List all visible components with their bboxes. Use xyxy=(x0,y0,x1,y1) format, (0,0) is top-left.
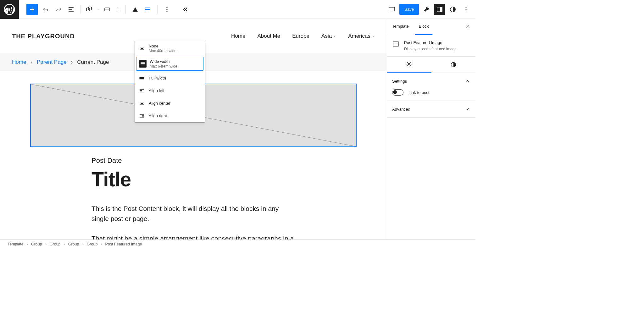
undo-icon xyxy=(42,6,50,13)
document-overview-button[interactable] xyxy=(65,4,77,15)
gear-icon xyxy=(406,61,412,67)
crumb[interactable]: Group xyxy=(87,242,98,246)
tab-template[interactable]: Template xyxy=(387,19,414,35)
align-full-icon xyxy=(139,75,145,81)
triangle-icon xyxy=(131,6,139,13)
editor-top-bar: · Save xyxy=(0,0,475,19)
svg-rect-21 xyxy=(142,115,144,116)
breadcrumb-home[interactable]: Home xyxy=(12,59,26,65)
link-to-post-toggle[interactable] xyxy=(392,89,403,96)
svg-point-12 xyxy=(466,7,467,8)
tab-block[interactable]: Block xyxy=(414,19,434,35)
crumb[interactable]: Group xyxy=(68,242,79,246)
nav-item-americas[interactable]: Americas xyxy=(348,33,375,39)
wordpress-logo-button[interactable] xyxy=(0,0,19,19)
chevrons-left-icon xyxy=(181,6,189,13)
inspector-tab-styles[interactable] xyxy=(431,57,476,73)
crumb[interactable]: Post Featured Image xyxy=(105,242,142,246)
breadcrumb-current: Current Page xyxy=(77,59,109,65)
block-options-button[interactable] xyxy=(161,4,173,15)
contrast-icon xyxy=(449,6,456,13)
block-name: Post Featured Image xyxy=(404,40,458,45)
align-option-left[interactable]: Align left xyxy=(135,85,205,97)
svg-point-14 xyxy=(466,11,467,12)
align-left-icon xyxy=(139,88,145,94)
svg-rect-20 xyxy=(141,103,143,104)
site-title[interactable]: THE PLAYGROUND xyxy=(12,33,75,40)
block-card: Post Featured Image Display a post's fea… xyxy=(387,35,475,57)
align-option-right[interactable]: Align right xyxy=(135,110,205,122)
redo-button[interactable] xyxy=(53,4,64,15)
crumb[interactable]: Group xyxy=(50,242,61,246)
svg-point-23 xyxy=(408,63,410,65)
collapse-toolbar-button[interactable] xyxy=(180,4,191,15)
align-option-none[interactable]: NoneMax 40rem wide xyxy=(135,41,205,56)
breadcrumb-parent[interactable]: Parent Page xyxy=(37,59,67,65)
nav-item-about[interactable]: About Me xyxy=(257,33,280,39)
svg-rect-22 xyxy=(393,42,399,46)
crumb[interactable]: Group xyxy=(31,242,42,246)
save-button[interactable]: Save xyxy=(399,4,419,15)
align-option-wide[interactable]: Wide widthMax 64rem wide xyxy=(136,57,203,71)
post-date-block[interactable]: Post Date xyxy=(92,157,295,165)
paragraph: This is the Post Content block, it will … xyxy=(92,204,295,223)
inspector-tab-settings[interactable] xyxy=(387,57,431,73)
svg-rect-18 xyxy=(140,77,144,80)
tools-button[interactable] xyxy=(421,4,432,15)
settings-sidebar-button[interactable] xyxy=(434,4,445,15)
svg-point-6 xyxy=(166,9,167,10)
nav-menu: Home About Me Europe Asia Americas xyxy=(231,33,375,39)
select-parent-button[interactable] xyxy=(102,4,113,15)
undo-button[interactable] xyxy=(40,4,52,15)
move-down-button[interactable] xyxy=(115,9,120,13)
svg-rect-16 xyxy=(141,48,143,49)
align-option-full[interactable]: Full width xyxy=(135,72,205,85)
chevron-down-icon xyxy=(372,35,375,38)
redo-icon xyxy=(55,6,62,13)
sidebar-tabs: Template Block xyxy=(387,19,475,35)
block-type-button[interactable] xyxy=(83,4,95,15)
plus-icon xyxy=(29,6,36,13)
wordpress-icon xyxy=(4,4,15,15)
inspector-tabs xyxy=(387,57,475,73)
align-button[interactable] xyxy=(142,4,153,15)
sidebar-icon xyxy=(436,6,443,13)
post-content-block[interactable]: This is the Post Content block, it will … xyxy=(92,204,295,239)
align-option-center[interactable]: Align center xyxy=(135,97,205,110)
crumb[interactable]: Template xyxy=(8,242,24,246)
more-vertical-icon xyxy=(463,6,469,13)
options-button[interactable] xyxy=(460,4,472,15)
link-to-post-label: Link to post xyxy=(408,90,430,95)
svg-point-5 xyxy=(166,7,167,8)
block-inserter-button[interactable] xyxy=(26,4,38,15)
more-vertical-icon xyxy=(163,6,171,13)
close-sidebar-button[interactable] xyxy=(460,19,475,35)
align-none-icon xyxy=(139,45,145,52)
toolbar-separator xyxy=(125,5,126,14)
drag-handle[interactable]: · xyxy=(96,4,100,15)
align-wide-icon xyxy=(144,6,152,13)
nav-item-europe[interactable]: Europe xyxy=(292,33,309,39)
view-button[interactable] xyxy=(386,4,397,15)
align-wide-icon xyxy=(140,61,146,67)
styles-button[interactable] xyxy=(447,4,458,15)
paragraph: That might be a simple arrangement like … xyxy=(92,233,295,239)
post-title-block[interactable]: Title xyxy=(92,168,295,191)
aspect-ratio-button[interactable] xyxy=(130,4,141,15)
move-up-button[interactable] xyxy=(115,6,120,9)
toolbar-separator xyxy=(80,5,81,14)
workspace: THE PLAYGROUND Home About Me Europe Asia… xyxy=(0,19,475,239)
align-center-icon xyxy=(139,100,145,107)
parent-icon xyxy=(103,6,111,13)
desktop-icon xyxy=(388,6,396,13)
svg-rect-3 xyxy=(105,8,110,11)
advanced-panel-header[interactable]: Advanced xyxy=(387,101,475,118)
nav-item-asia[interactable]: Asia xyxy=(321,33,336,39)
settings-panel-header[interactable]: Settings xyxy=(387,73,475,89)
svg-rect-17 xyxy=(141,63,145,64)
canvas: THE PLAYGROUND Home About Me Europe Asia… xyxy=(0,19,387,239)
nav-item-home[interactable]: Home xyxy=(231,33,245,39)
chevron-down-icon xyxy=(464,106,470,112)
contrast-icon xyxy=(450,62,457,68)
svg-point-7 xyxy=(166,11,167,12)
